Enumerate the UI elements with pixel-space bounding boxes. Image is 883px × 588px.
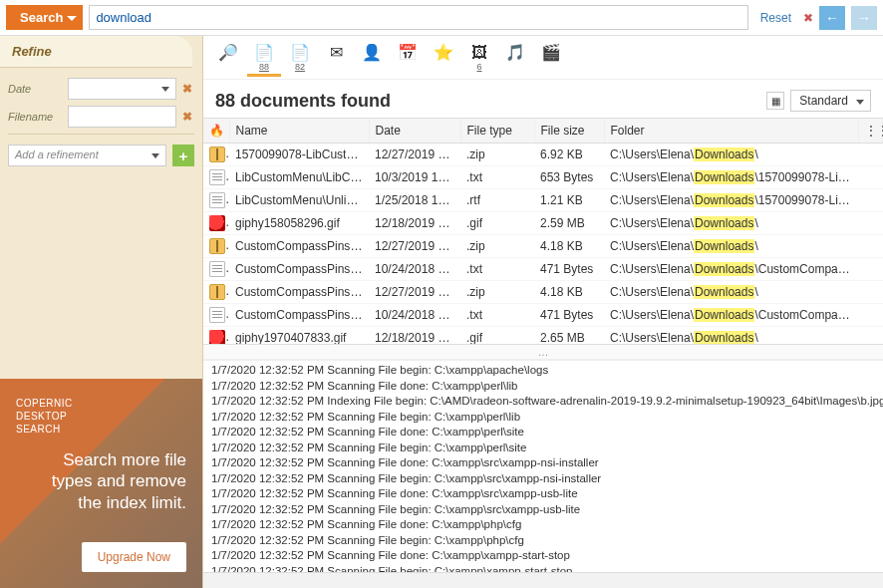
log-line: 1/7/2020 12:32:52 PM Scanning File done:… (211, 486, 875, 502)
log-line: 1/7/2020 12:32:52 PM Scanning File begin… (211, 363, 875, 379)
horizontal-scrollbar[interactable] (203, 572, 883, 588)
table-row[interactable]: LibCustomMenu\LibCustom…10/3/2019 12:11:… (203, 166, 883, 189)
cell-type: .rtf (460, 189, 534, 212)
cell-date: 12/27/2019 7:29:32… (369, 281, 460, 304)
log-line: 1/7/2020 12:32:52 PM Scanning File done:… (211, 455, 875, 471)
table-row[interactable]: 1570099078-LibCustomMen…12/27/2019 7:28:… (203, 144, 883, 166)
col-folder[interactable]: Folder (604, 119, 859, 144)
view-layout-icon[interactable]: ▦ (766, 92, 784, 110)
log-line: 1/7/2020 12:32:52 PM Scanning File begin… (211, 441, 875, 456)
cell-type: .txt (460, 166, 534, 189)
filter-count: 6 (462, 62, 496, 72)
filter-icon-1[interactable]: 📄88 (247, 42, 281, 77)
remove-refine-icon[interactable]: ✖ (180, 82, 194, 96)
col-menu-icon[interactable]: ⋮⋮ (859, 119, 883, 144)
add-refinement-select[interactable]: Add a refinement (8, 145, 166, 166)
nav-forward-button[interactable]: → (851, 6, 877, 30)
filter-glyph-icon: 🔎 (211, 44, 245, 62)
table-row[interactable]: CustomCompassPins.zip12/27/2019 7:29:32…… (203, 281, 883, 304)
file-type-icon (209, 238, 225, 254)
table-row[interactable]: giphy1970407833.gif12/18/2019 10:11:2….g… (203, 327, 883, 346)
col-filetype[interactable]: File type (460, 119, 534, 144)
cell-folder: C:\Users\Elena\Downloads\ (604, 212, 859, 235)
pane-separator[interactable]: … (203, 345, 883, 360)
search-input[interactable] (89, 5, 747, 30)
reset-link[interactable]: Reset (754, 11, 797, 25)
cell-folder: C:\Users\Elena\Downloads\CustomCompassPi… (604, 258, 859, 281)
filter-glyph-icon: 🖼 (462, 44, 496, 62)
log-line: 1/7/2020 12:32:52 PM Scanning File done:… (211, 517, 875, 533)
filter-icon-4[interactable]: 👤 (355, 42, 389, 77)
table-row[interactable]: LibCustomMenu\Unlicense.rtf1/25/2018 12:… (203, 189, 883, 212)
reset-x-icon[interactable]: ✖ (803, 11, 813, 25)
search-button[interactable]: Search (6, 5, 83, 30)
cell-size: 653 Bytes (534, 166, 604, 189)
cell-type: .gif (460, 212, 534, 235)
results-count-heading: 88 documents found (215, 91, 766, 112)
cell-size: 471 Bytes (534, 304, 604, 327)
col-filesize[interactable]: File size (534, 119, 604, 144)
refine-label: Date (8, 83, 64, 95)
cell-type: .zip (460, 144, 534, 166)
cell-date: 1/25/2018 12:06:16… (369, 189, 460, 212)
log-line: 1/7/2020 12:32:52 PM Scanning File done:… (211, 425, 875, 441)
cell-folder: C:\Users\Elena\Downloads\CustomCompassPi… (604, 304, 859, 327)
col-name[interactable]: Name (229, 119, 369, 144)
filter-icon-2[interactable]: 📄82 (283, 42, 317, 77)
file-type-icon (209, 284, 225, 300)
filter-icon-8[interactable]: 🎵 (498, 42, 532, 77)
cell-type: .zip (460, 281, 534, 304)
indexing-log-pane[interactable]: 1/7/2020 12:32:52 PM Scanning File begin… (203, 360, 883, 572)
filter-glyph-icon: ✉ (319, 44, 353, 62)
file-type-icon (209, 147, 225, 162)
cell-folder: C:\Users\Elena\Downloads\ (604, 235, 859, 258)
cell-folder: C:\Users\Elena\Downloads\1570099078-LibC… (604, 166, 859, 189)
table-row[interactable]: CustomCompassPins (1).zip12/27/2019 7:30… (203, 235, 883, 258)
refine-date-field[interactable] (68, 78, 176, 100)
promo-text: Search more file types and remove the in… (16, 449, 186, 513)
file-type-icon (209, 215, 225, 231)
filter-glyph-icon: 📄 (283, 44, 317, 62)
col-relevance[interactable]: 🔥 (203, 119, 229, 144)
cell-type: .txt (460, 304, 534, 327)
filter-count: 82 (283, 62, 317, 72)
log-line: 1/7/2020 12:32:52 PM Indexing File begin… (211, 394, 875, 410)
table-row[interactable]: CustomCompassPins\Custo…10/24/2018 1:11:… (203, 258, 883, 281)
results-table[interactable]: 🔥 Name Date File type File size Folder ⋮… (203, 118, 883, 345)
filter-icon-bar: 🔎📄88📄82✉👤📅⭐🖼6🎵🎬 (203, 36, 883, 80)
cell-name: CustomCompassPins\Custo… (229, 258, 369, 281)
cell-folder: C:\Users\Elena\Downloads\1570099078-LibC… (604, 189, 859, 212)
view-mode-select[interactable]: Standard (790, 90, 871, 112)
refine-tab[interactable]: Refine (0, 36, 192, 68)
remove-refine-icon[interactable]: ✖ (180, 110, 194, 124)
filter-glyph-icon: ⭐ (427, 44, 460, 62)
col-date[interactable]: Date (369, 119, 460, 144)
cell-date: 12/18/2019 10:11:2… (369, 327, 460, 346)
filter-icon-6[interactable]: ⭐ (427, 42, 460, 77)
filter-icon-0[interactable]: 🔎 (211, 42, 245, 77)
filter-icon-7[interactable]: 🖼6 (462, 42, 496, 77)
refine-filename-field[interactable] (68, 106, 176, 128)
table-row[interactable]: CustomCompassPins\Custo…10/24/2018 1:11:… (203, 304, 883, 327)
table-row[interactable]: giphy158058296.gif12/18/2019 10:10:5….gi… (203, 212, 883, 235)
log-line: 1/7/2020 12:32:52 PM Scanning File done:… (211, 379, 875, 395)
filter-icon-9[interactable]: 🎬 (534, 42, 568, 77)
filter-icon-5[interactable]: 📅 (391, 42, 425, 77)
upgrade-button[interactable]: Upgrade Now (82, 542, 186, 572)
cell-date: 12/27/2019 7:28:39… (369, 144, 460, 166)
cell-size: 1.21 KB (534, 189, 604, 212)
cell-name: LibCustomMenu\Unlicense.rtf (229, 189, 369, 212)
log-line: 1/7/2020 12:32:52 PM Scanning File begin… (211, 564, 875, 572)
promo-brand: COPERNIC DESKTOP SEARCH (16, 397, 186, 436)
cell-size: 2.65 MB (534, 327, 604, 346)
filter-icon-3[interactable]: ✉ (319, 42, 353, 77)
file-type-icon (209, 330, 225, 345)
nav-back-button[interactable]: ← (819, 6, 845, 30)
refine-label: Filename (8, 111, 64, 123)
cell-name: 1570099078-LibCustomMen… (229, 144, 369, 166)
divider (8, 134, 194, 135)
add-refinement-button[interactable]: + (172, 145, 194, 166)
cell-type: .gif (460, 327, 534, 346)
cell-date: 12/18/2019 10:10:5… (369, 212, 460, 235)
cell-size: 471 Bytes (534, 258, 604, 281)
